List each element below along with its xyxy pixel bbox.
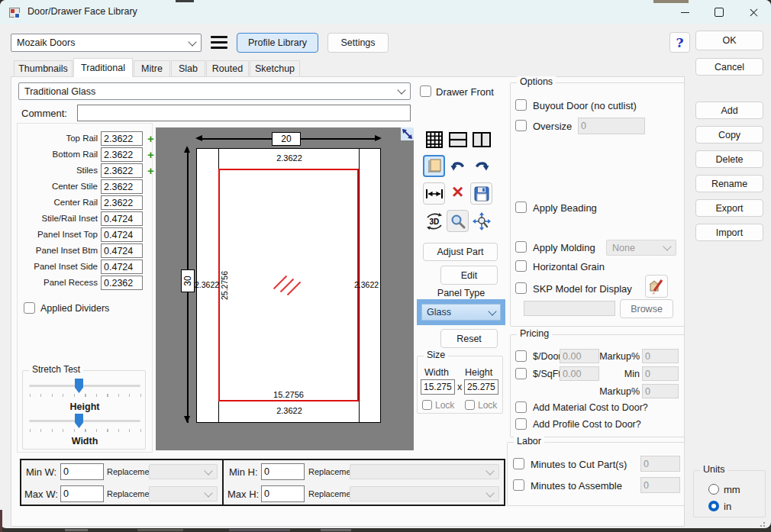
param-input[interactable] bbox=[101, 276, 143, 290]
param-input[interactable] bbox=[101, 179, 143, 194]
param-input[interactable] bbox=[101, 163, 143, 178]
width-slider-track[interactable] bbox=[29, 420, 140, 422]
add-profile-cost-checkbox[interactable] bbox=[515, 418, 527, 430]
undo-button[interactable] bbox=[447, 155, 469, 177]
export-button[interactable]: Export bbox=[695, 199, 763, 217]
units-mm-radio[interactable] bbox=[708, 484, 719, 495]
dimension-button[interactable] bbox=[423, 182, 445, 205]
menu-button[interactable] bbox=[210, 34, 229, 52]
price-per-door-input[interactable] bbox=[560, 349, 599, 363]
param-input[interactable] bbox=[101, 195, 143, 210]
param-input[interactable] bbox=[101, 260, 143, 274]
max-w-input[interactable] bbox=[60, 485, 104, 502]
grid-layout-button[interactable] bbox=[423, 128, 445, 150]
reset-button[interactable]: Reset bbox=[440, 329, 498, 348]
apply-beading-checkbox[interactable] bbox=[515, 202, 527, 213]
delete-button[interactable]: Delete bbox=[695, 150, 763, 168]
param-input[interactable] bbox=[101, 227, 143, 242]
tab-thumbnails[interactable]: Thumbnails bbox=[14, 60, 73, 77]
vertical-split-button[interactable] bbox=[470, 128, 492, 150]
adjust-part-button[interactable]: Adjust Part bbox=[423, 243, 498, 261]
add-button[interactable]: Add bbox=[695, 102, 763, 119]
comment-input[interactable] bbox=[77, 105, 411, 121]
skp-path-input[interactable] bbox=[524, 301, 615, 316]
pan-zoom-button[interactable] bbox=[470, 210, 492, 232]
door-preview-canvas[interactable]: 20 30 2.3622 25.2756 15.2756 bbox=[156, 127, 414, 450]
panel-type-select[interactable]: Glass bbox=[421, 304, 501, 321]
minutes-to-assemble-checkbox[interactable] bbox=[513, 479, 524, 491]
drawer-front-checkbox[interactable] bbox=[420, 85, 431, 97]
horizontal-grain-checkbox[interactable] bbox=[515, 260, 527, 272]
molding-select[interactable]: None bbox=[606, 240, 676, 256]
cancel-button[interactable]: Cancel bbox=[695, 58, 763, 76]
max-h-input[interactable] bbox=[261, 485, 305, 502]
tab-traditional[interactable]: Traditional bbox=[73, 58, 133, 77]
price-per-sqft-checkbox[interactable] bbox=[515, 368, 527, 379]
minutes-to-assemble-input[interactable] bbox=[640, 477, 680, 493]
horizontal-split-button[interactable] bbox=[447, 128, 469, 150]
add-material-cost-checkbox[interactable] bbox=[515, 401, 527, 413]
oversize-input[interactable] bbox=[578, 118, 645, 134]
tab-mitre[interactable]: Mitre bbox=[134, 60, 170, 77]
lock-width-checkbox[interactable] bbox=[422, 400, 432, 410]
lock-height-checkbox[interactable] bbox=[465, 400, 475, 410]
width-slider-thumb[interactable] bbox=[75, 414, 83, 428]
min-w-replacement-select[interactable] bbox=[149, 464, 218, 479]
copy-button[interactable]: Copy bbox=[695, 126, 763, 143]
minutes-to-cut-input[interactable] bbox=[640, 456, 680, 472]
maximize-button[interactable] bbox=[702, 0, 737, 24]
door-style-select[interactable]: Traditional Glass bbox=[18, 82, 411, 100]
param-input[interactable] bbox=[101, 243, 143, 258]
min-h-replacement-select[interactable] bbox=[350, 464, 499, 479]
price-per-door-checkbox[interactable] bbox=[515, 350, 527, 362]
param-input[interactable] bbox=[101, 147, 143, 162]
markup1-input[interactable] bbox=[642, 349, 679, 363]
delete-panel-button[interactable]: × bbox=[447, 182, 469, 205]
apply-molding-checkbox[interactable] bbox=[515, 241, 527, 253]
height-slider-track[interactable] bbox=[29, 385, 140, 387]
rename-button[interactable]: Rename bbox=[695, 175, 763, 192]
skp-model-icon-button[interactable] bbox=[645, 275, 668, 298]
size-width-input[interactable] bbox=[421, 379, 455, 395]
minimize-button[interactable] bbox=[667, 0, 702, 24]
panel-select-button[interactable] bbox=[423, 155, 445, 177]
height-slider-thumb[interactable] bbox=[75, 379, 83, 393]
size-height-input[interactable] bbox=[464, 379, 498, 395]
param-add-button[interactable]: + bbox=[147, 133, 154, 144]
save-button[interactable] bbox=[470, 182, 492, 205]
help-button[interactable]: ? bbox=[669, 32, 690, 53]
close-button[interactable] bbox=[736, 0, 771, 24]
applied-dividers-checkbox[interactable] bbox=[24, 302, 35, 314]
settings-button[interactable]: Settings bbox=[327, 33, 389, 53]
units-in-radio[interactable] bbox=[708, 501, 719, 511]
min-price-input[interactable] bbox=[642, 366, 679, 381]
import-button[interactable]: Import bbox=[695, 224, 763, 241]
oversize-checkbox[interactable] bbox=[515, 120, 527, 131]
edit-button[interactable]: Edit bbox=[440, 266, 498, 285]
price-per-sqft-input[interactable] bbox=[560, 366, 599, 381]
min-w-input[interactable] bbox=[60, 463, 104, 480]
zoom-button[interactable] bbox=[447, 210, 469, 232]
library-select[interactable]: Mozaik Doors bbox=[11, 34, 202, 52]
browse-button[interactable]: Browse bbox=[620, 299, 673, 318]
max-h-replacement-select[interactable] bbox=[350, 486, 499, 501]
param-input[interactable] bbox=[101, 131, 143, 146]
resize-handle-icon[interactable] bbox=[401, 127, 414, 140]
svg-text:3D: 3D bbox=[429, 218, 439, 226]
min-h-input[interactable] bbox=[261, 463, 305, 480]
tab-sketchup[interactable]: Sketchup bbox=[250, 60, 300, 77]
param-add-button[interactable]: + bbox=[147, 149, 154, 160]
profile-library-button[interactable]: Profile Library bbox=[237, 33, 318, 53]
buyout-door-checkbox[interactable] bbox=[515, 99, 527, 111]
minutes-to-cut-checkbox[interactable] bbox=[513, 458, 524, 469]
tab-routed[interactable]: Routed bbox=[206, 60, 249, 77]
param-input[interactable] bbox=[101, 211, 143, 226]
redo-button[interactable] bbox=[470, 155, 492, 177]
ok-button[interactable]: OK bbox=[695, 31, 763, 50]
param-add-button[interactable]: + bbox=[147, 165, 154, 176]
tab-slab[interactable]: Slab bbox=[171, 60, 205, 77]
markup2-input[interactable] bbox=[642, 384, 679, 398]
max-w-replacement-select[interactable] bbox=[149, 486, 218, 501]
skp-model-checkbox[interactable] bbox=[515, 282, 527, 294]
view-3d-button[interactable]: 3D bbox=[423, 210, 445, 232]
